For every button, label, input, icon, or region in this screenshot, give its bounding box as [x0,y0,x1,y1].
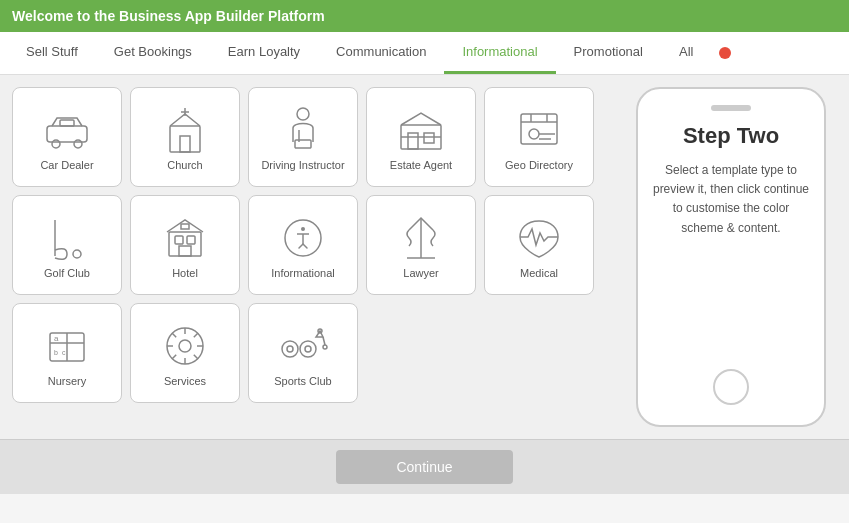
step-description: Select a template type to preview it, th… [650,161,812,238]
svg-rect-13 [408,133,418,149]
svg-text:b: b [54,349,58,356]
template-lawyer[interactable]: Lawyer [366,195,476,295]
svg-text:c: c [62,349,66,356]
header-title: Welcome to the Business App Builder Plat… [12,8,325,24]
tab-communication[interactable]: Communication [318,32,444,74]
template-informational[interactable]: Informational [248,195,358,295]
tab-promotional[interactable]: Promotional [556,32,661,74]
services-icon [160,321,210,371]
phone-preview-panel: Step Two Select a template type to previ… [636,87,826,427]
svg-rect-19 [169,232,201,256]
svg-point-33 [179,340,191,352]
informational-label: Informational [271,267,335,279]
template-medical[interactable]: Medical [484,195,594,295]
driving-instructor-icon [278,105,328,155]
phone-home-button [713,369,749,405]
svg-point-40 [323,345,327,349]
svg-point-8 [297,108,309,120]
tab-sell-stuff[interactable]: Sell Stuff [8,32,96,74]
svg-line-39 [323,337,325,345]
estate-agent-label: Estate Agent [390,159,452,171]
sports-club-icon [278,321,328,371]
tabs-bar: Sell Stuff Get Bookings Earn Loyalty Com… [0,32,849,75]
template-car-dealer[interactable]: Car Dealer [12,87,122,187]
svg-text:a: a [54,334,59,343]
svg-rect-7 [180,136,190,152]
header: Welcome to the Business App Builder Plat… [0,0,849,32]
medical-icon [514,213,564,263]
svg-rect-0 [47,126,87,142]
svg-point-18 [73,250,81,258]
svg-point-34 [282,341,298,357]
driving-instructor-label: Driving Instructor [261,159,344,171]
svg-rect-11 [295,140,311,148]
medical-label: Medical [520,267,558,279]
continue-button[interactable]: Continue [336,450,512,484]
svg-rect-21 [187,236,195,244]
template-nursery[interactable]: a b c Nursery [12,303,122,403]
svg-point-1 [52,140,60,148]
geo-directory-label: Geo Directory [505,159,573,171]
services-label: Services [164,375,206,387]
nursery-label: Nursery [48,375,87,387]
informational-icon [278,213,328,263]
templates-grid: Car Dealer Church [12,87,594,427]
golf-club-icon [42,213,92,263]
notification-dot [719,47,731,59]
church-icon [160,105,210,155]
tab-get-bookings[interactable]: Get Bookings [96,32,210,74]
svg-rect-23 [181,224,189,229]
estate-agent-icon [396,105,446,155]
tab-all[interactable]: All [661,32,711,74]
geo-directory-icon [514,105,564,155]
svg-point-17 [529,129,539,139]
svg-rect-20 [175,236,183,244]
svg-point-35 [300,341,316,357]
template-church[interactable]: Church [130,87,240,187]
hotel-label: Hotel [172,267,198,279]
lawyer-label: Lawyer [403,267,438,279]
svg-rect-3 [60,120,74,126]
tab-earn-loyalty[interactable]: Earn Loyalty [210,32,318,74]
svg-point-37 [305,346,311,352]
template-driving-instructor[interactable]: Driving Instructor [248,87,358,187]
step-title: Step Two [683,123,779,149]
footer: Continue [0,439,849,494]
golf-club-label: Golf Club [44,267,90,279]
sports-club-label: Sports Club [274,375,331,387]
tab-informational[interactable]: Informational [444,32,555,74]
hotel-icon [160,213,210,263]
phone-speaker [711,105,751,111]
svg-point-36 [287,346,293,352]
car-dealer-label: Car Dealer [40,159,93,171]
svg-rect-22 [179,246,191,256]
svg-point-25 [301,227,305,231]
lawyer-icon [396,213,446,263]
template-hotel[interactable]: Hotel [130,195,240,295]
nursery-icon: a b c [42,321,92,371]
template-services[interactable]: Services [130,303,240,403]
template-sports-club[interactable]: Sports Club [248,303,358,403]
svg-rect-4 [170,126,200,152]
church-label: Church [167,159,202,171]
svg-point-2 [74,140,82,148]
car-dealer-icon [42,105,92,155]
template-estate-agent[interactable]: Estate Agent [366,87,476,187]
main-content: Car Dealer Church [0,75,849,439]
svg-rect-14 [424,133,434,143]
template-geo-directory[interactable]: Geo Directory [484,87,594,187]
template-golf-club[interactable]: Golf Club [12,195,122,295]
